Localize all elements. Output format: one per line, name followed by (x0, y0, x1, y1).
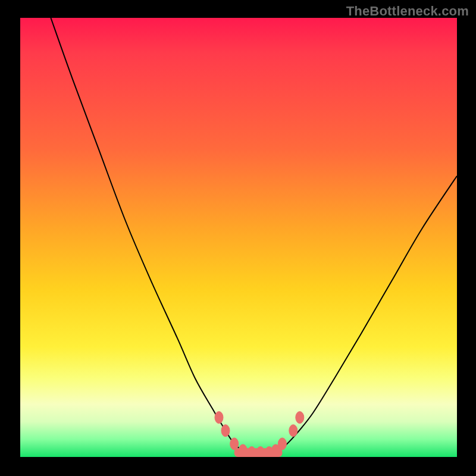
marker-point (230, 438, 239, 450)
curve-right-branch (252, 176, 457, 453)
outer-frame: TheBottleneck.com (0, 0, 476, 476)
marker-point (215, 412, 223, 424)
curve-group (51, 18, 457, 453)
marker-point (278, 438, 286, 450)
plot-area (20, 18, 457, 457)
curve-left-branch (51, 18, 252, 453)
marker-point (289, 425, 298, 437)
marker-point (296, 412, 304, 424)
marker-point (221, 425, 230, 437)
valley-flat-bar (234, 448, 283, 457)
watermark-text: TheBottleneck.com (346, 4, 469, 19)
chart-svg (20, 18, 457, 457)
